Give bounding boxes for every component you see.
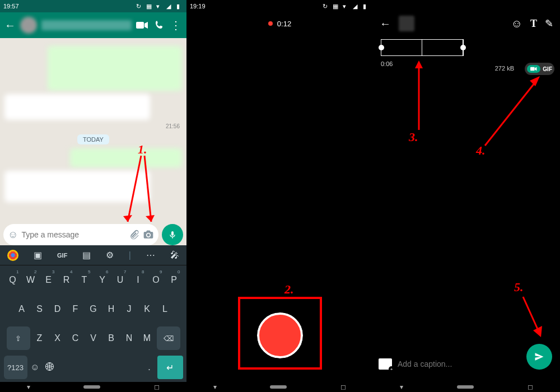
shift-key[interactable]: ⇧ [7, 326, 30, 350]
key-v[interactable]: V [85, 326, 102, 350]
key-g[interactable]: G [85, 297, 102, 321]
key-p[interactable]: 0P [166, 268, 183, 292]
mic-icon[interactable]: 🎤︎ [170, 250, 179, 260]
nav-home-icon[interactable] [83, 385, 100, 389]
more-icon[interactable]: ⋮ [170, 19, 182, 31]
key-k[interactable]: K [139, 297, 156, 321]
video-editor-screen: ← ☺ T ✎ 0:06 272 kB GIF ▾ ◻ [373, 0, 560, 392]
nav-bar: ▾ ◻ [0, 382, 186, 392]
draw-icon[interactable]: ✎ [545, 17, 553, 30]
clipboard-icon[interactable]: ▤ [82, 250, 91, 260]
message-in[interactable] [4, 171, 150, 202]
nav-home-icon[interactable] [270, 385, 287, 389]
key-n[interactable]: N [121, 326, 138, 350]
send-button[interactable] [526, 344, 552, 370]
emoji-icon[interactable]: ☺ [511, 17, 522, 30]
keyboard-row-2: A S D F G H J K L [0, 295, 186, 324]
trim-duration: 0:06 [381, 60, 393, 67]
nav-back-icon[interactable]: ▾ [27, 383, 30, 391]
trim-handle-left[interactable] [379, 45, 384, 50]
space-key[interactable] [58, 356, 142, 379]
key-s[interactable]: S [31, 297, 48, 321]
key-q[interactable]: 1Q [4, 268, 21, 292]
gif-key[interactable]: GIF [57, 252, 67, 259]
key-i[interactable]: 8I [130, 268, 147, 292]
nav-recent-icon[interactable]: ◻ [528, 383, 533, 391]
message-input-pill: ☺ [3, 224, 158, 245]
contact-name[interactable] [41, 20, 132, 30]
svg-rect-1 [530, 67, 535, 71]
key-z[interactable]: Z [31, 326, 48, 350]
video-mode-icon[interactable] [527, 65, 540, 73]
emoji-key[interactable]: ☺ [29, 356, 42, 379]
key-a[interactable]: A [13, 297, 30, 321]
video-thumb[interactable] [399, 16, 414, 31]
more-icon[interactable]: ⋯ [146, 250, 155, 260]
key-w[interactable]: 2W [22, 268, 39, 292]
key-j[interactable]: J [121, 297, 138, 321]
editor-header: ← ☺ T ✎ [373, 12, 560, 35]
chat-header: ← ⋮ [0, 12, 186, 38]
nav-home-icon[interactable] [457, 385, 474, 389]
message-in[interactable] [4, 94, 150, 120]
gif-mode-label[interactable]: GIF [543, 66, 552, 72]
message-out[interactable] [70, 148, 182, 167]
keyboard-row-1: 1Q 2W 3E 4R 5T 6Y 7U 8I 9O 0P [0, 265, 186, 295]
avatar[interactable] [20, 17, 37, 34]
back-icon[interactable]: ← [380, 17, 391, 30]
battery-icon: ▮ [176, 3, 183, 10]
backspace-key[interactable]: ⌫ [157, 326, 180, 350]
recording-time: 0:12 [277, 20, 291, 28]
nav-back-icon[interactable]: ▾ [400, 383, 403, 391]
status-icons: ↻▦▾◢▮ [136, 3, 183, 10]
back-icon[interactable]: ← [4, 19, 16, 32]
key-c[interactable]: C [67, 326, 84, 350]
key-l[interactable]: L [157, 297, 174, 321]
google-icon[interactable] [7, 250, 18, 261]
text-icon[interactable]: T [530, 18, 537, 30]
message-out[interactable] [48, 46, 182, 91]
nav-recent-icon[interactable]: ◻ [340, 383, 346, 391]
language-key[interactable]: 🌐︎ [43, 356, 57, 379]
attach-icon[interactable] [129, 230, 139, 240]
emoji-icon[interactable]: ☺ [8, 229, 18, 241]
period-key[interactable]: . [143, 356, 156, 379]
enter-key[interactable]: ↵ [157, 356, 183, 379]
key-y[interactable]: 6Y [94, 268, 111, 292]
status-icons: ↻▦▾◢▮ [323, 3, 370, 10]
key-f[interactable]: F [67, 297, 84, 321]
nav-back-icon[interactable]: ▾ [213, 383, 217, 391]
message-input[interactable] [21, 230, 126, 239]
symbols-key[interactable]: ?123 [4, 356, 27, 379]
status-time: 19:19 [190, 3, 206, 10]
key-u[interactable]: 7U [112, 268, 129, 292]
keyboard[interactable]: ▣ GIF ▤ ⚙ | ⋯ 🎤︎ 1Q 2W 3E 4R 5T 6Y 7U 8I… [0, 245, 186, 382]
mic-button[interactable] [162, 224, 183, 245]
keyboard-toolbar: ▣ GIF ▤ ⚙ | ⋯ 🎤︎ [0, 245, 186, 265]
key-d[interactable]: D [49, 297, 66, 321]
key-b[interactable]: B [103, 326, 120, 350]
key-e[interactable]: 3E [40, 268, 57, 292]
key-r[interactable]: 4R [58, 268, 75, 292]
videocall-icon[interactable] [136, 19, 148, 31]
shutter-button[interactable] [257, 312, 303, 358]
nav-recent-icon[interactable]: ◻ [154, 383, 160, 391]
key-x[interactable]: X [49, 326, 66, 350]
video-trim-bar[interactable] [381, 39, 464, 56]
video-gif-toggle[interactable]: GIF [525, 63, 554, 75]
camera-icon[interactable] [143, 229, 154, 240]
camera-recording-screen: 19:19 ↻▦▾◢▮ 0:12 ▾ ◻ [186, 0, 373, 392]
add-media-icon[interactable] [379, 358, 392, 370]
key-o[interactable]: 9O [148, 268, 165, 292]
sticker-icon[interactable]: ▣ [34, 250, 42, 260]
trim-handle-right[interactable] [460, 45, 466, 50]
key-h[interactable]: H [103, 297, 120, 321]
key-t[interactable]: 5T [76, 268, 93, 292]
settings-icon[interactable]: ⚙ [106, 250, 114, 260]
key-m[interactable]: M [139, 326, 156, 350]
chat-area[interactable]: 21:56 TODAY [0, 38, 186, 241]
whatsapp-chat-screen: 19:57 ↻▦▾◢▮ ← ⋮ 21:56 TODAY ☺ ▣ GIF [0, 0, 186, 392]
sync-icon: ↻ [136, 3, 143, 10]
call-icon[interactable] [153, 19, 165, 31]
status-bar: 19:57 ↻▦▾◢▮ [0, 0, 186, 12]
